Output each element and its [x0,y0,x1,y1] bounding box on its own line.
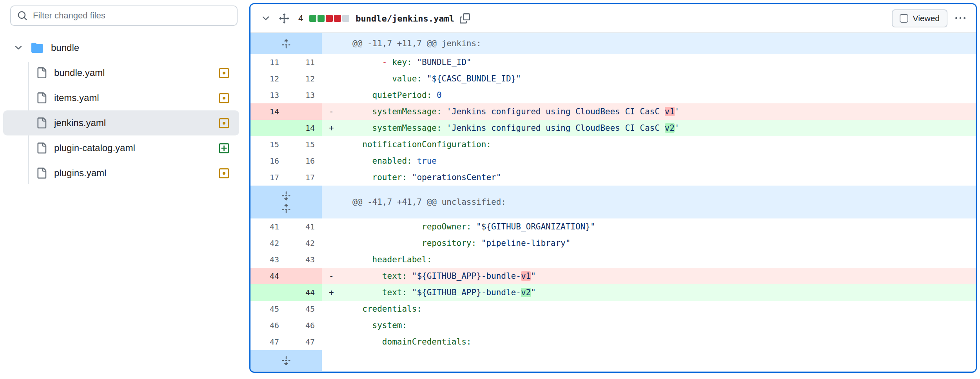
diffstat-block-deletion [326,15,333,22]
diff-marker [329,317,352,334]
new-line-number[interactable]: 17 [286,169,322,186]
old-line-number[interactable]: 12 [250,70,286,87]
code-cell: + text: "${GITHUB_APP}-bundle-v2" [322,284,976,301]
diff-line-add[interactable]: 44+ text: "${GITHUB_APP}-bundle-v2" [250,284,976,301]
search-icon [17,11,27,21]
new-line-number[interactable]: 47 [286,334,322,350]
new-line-number[interactable]: 13 [286,87,322,103]
old-line-number[interactable]: 14 [250,103,286,120]
new-line-number[interactable]: 16 [286,153,322,169]
new-line-number[interactable]: 42 [286,235,322,251]
chevron-down-icon [261,13,271,23]
diff-line-context[interactable]: 1212 value: "${CASC_BUNDLE_ID}" [250,70,976,87]
file-icon [36,143,47,153]
expand-hunk-button[interactable] [250,186,322,218]
diff-line-context[interactable]: 1515 notificationConfiguration: [250,136,976,153]
diffstat-block-neutral [342,15,349,22]
old-line-number[interactable] [250,284,286,301]
new-line-number[interactable]: 45 [286,301,322,317]
filter-changed-files-input[interactable] [33,11,230,21]
diffstat-block-deletion [334,15,341,22]
old-line-number[interactable]: 17 [250,169,286,186]
changed-files-sidebar: bundle bundle.yaml items.yaml jenkins.ya… [0,0,248,379]
new-line-number[interactable]: 41 [286,218,322,235]
diff-line-add[interactable]: 14+ systemMessage: 'Jenkins configured u… [250,120,976,136]
diff-line-context[interactable]: 1111 - key: "BUNDLE_ID" [250,54,976,70]
viewed-checkbox[interactable] [900,14,908,23]
diff-line-context[interactable]: 1717 router: "operationsCenter" [250,169,976,186]
expand-bottom-row [250,350,976,371]
old-line-number[interactable]: 44 [250,268,286,284]
drag-handle-button[interactable] [279,13,290,24]
diff-line-del[interactable]: 14- systemMessage: 'Jenkins configured u… [250,103,976,120]
new-line-number[interactable]: 15 [286,136,322,153]
hunk-header-row: @@ -11,7 +11,7 @@ jenkins: [250,33,976,54]
hunk-header-text [322,350,976,371]
new-line-number[interactable] [286,103,322,120]
new-line-number[interactable]: 43 [286,251,322,268]
diff-line-context[interactable]: 4646 system: [250,317,976,334]
diff-panel: 4 bundle/jenkins.yaml Viewed @@ -11,7 +1… [249,3,977,373]
diff-marker [329,54,352,70]
old-line-number[interactable]: 16 [250,153,286,169]
old-line-number[interactable]: 43 [250,251,286,268]
old-line-number[interactable]: 11 [250,54,286,70]
diff-line-context[interactable]: 1313 quietPeriod: 0 [250,87,976,103]
tree-file-bundle-yaml[interactable]: bundle.yaml [3,60,239,85]
diff-line-context[interactable]: 4242 repository: "pipeline-library" [250,235,976,251]
old-line-number[interactable]: 47 [250,334,286,350]
file-path: bundle/jenkins.yaml [356,14,454,23]
diff-marker [329,70,352,87]
diff-line-context[interactable]: 4343 headerLabel: [250,251,976,268]
code-cell: repoOwner: "${GITHUB_ORGANIZATION}" [322,218,976,235]
code-cell: domainCredentials: [322,334,976,350]
diff-line-context[interactable]: 4545 credentials: [250,301,976,317]
expand-hunk-button[interactable] [250,33,322,54]
file-icon [36,67,47,78]
new-line-number[interactable]: 46 [286,317,322,334]
viewed-button[interactable]: Viewed [892,9,948,27]
diff-line-context[interactable]: 4141 repoOwner: "${GITHUB_ORGANIZATION}" [250,218,976,235]
code-cell: + systemMessage: 'Jenkins configured usi… [322,120,976,136]
diff-line-del[interactable]: 44- text: "${GITHUB_APP}-bundle-v1" [250,268,976,284]
copy-path-button[interactable] [460,13,470,23]
diff-marker [329,169,352,186]
old-line-number[interactable] [250,120,286,136]
new-line-number[interactable]: 12 [286,70,322,87]
old-line-number[interactable]: 42 [250,235,286,251]
diff-marker: + [329,284,352,301]
hunk-header-text: @@ -41,7 +41,7 @@ unclassified: [322,186,976,218]
code-cell: router: "operationsCenter" [322,169,976,186]
code-cell: credentials: [322,301,976,317]
old-line-number[interactable]: 46 [250,317,286,334]
new-line-number[interactable]: 44 [286,284,322,301]
diff-marker [329,251,352,268]
old-line-number[interactable]: 41 [250,218,286,235]
diff-line-context[interactable]: 4747 domainCredentials: [250,334,976,350]
tree-file-plugins-yaml[interactable]: plugins.yaml [3,161,239,186]
new-line-number[interactable]: 14 [286,120,322,136]
new-line-number[interactable]: 11 [286,54,322,70]
collapse-file-button[interactable] [261,13,271,23]
tree-file-items-yaml[interactable]: items.yaml [3,85,239,110]
tree-file-jenkins-yaml[interactable]: jenkins.yaml [3,110,239,135]
code-cell: repository: "pipeline-library" [322,235,976,251]
code-cell: headerLabel: [322,251,976,268]
diff-line-context[interactable]: 1616 enabled: true [250,153,976,169]
file-icon [36,117,47,128]
tree-folder-bundle[interactable]: bundle [0,35,248,60]
old-line-number[interactable]: 45 [250,301,286,317]
diff-marker [329,218,352,235]
diff-marker [329,87,352,103]
code-cell: - systemMessage: 'Jenkins configured usi… [322,103,976,120]
new-line-number[interactable] [286,268,322,284]
kebab-menu-button[interactable] [955,13,965,23]
diff-body: @@ -11,7 +11,7 @@ jenkins:1111 - key: "B… [250,33,976,371]
old-line-number[interactable]: 15 [250,136,286,153]
file-icon [36,168,47,179]
fold-down-icon [281,191,291,201]
expand-hunk-button[interactable] [250,350,322,371]
diff-marker [329,235,352,251]
old-line-number[interactable]: 13 [250,87,286,103]
tree-file-plugin-catalog-yaml[interactable]: plugin-catalog.yaml [3,135,239,161]
